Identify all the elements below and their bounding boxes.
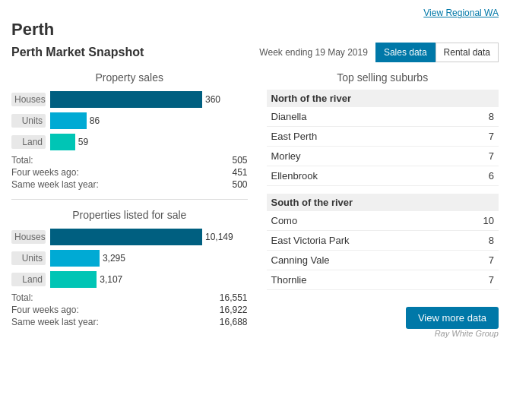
suburb-row: East Victoria Park8 [267, 231, 499, 251]
suburb-groups: North of the riverDianella8East Perth7Mo… [267, 90, 499, 290]
bar-track: 3,107 [50, 271, 248, 288]
bar-row: Land59 [11, 134, 248, 150]
stat-value: 16,922 [220, 305, 248, 315]
suburb-row: Dianella8 [267, 107, 499, 127]
bar-track: 10,149 [50, 229, 248, 245]
stat-row: Total:505 [11, 155, 248, 166]
watermark: Ray White Group [267, 329, 499, 338]
suburb-name: Ellenbrook [271, 170, 318, 182]
left-column: Property sales Houses360Units86Land59 To… [11, 71, 248, 338]
properties-listed-stats: Total:16,551Four weeks ago:16,922Same we… [11, 292, 248, 327]
bar-track: 86 [50, 112, 248, 129]
suburb-name: East Victoria Park [271, 235, 350, 246]
top-selling-panel: Top selling suburbs North of the riverDi… [263, 71, 499, 338]
bar-fill [50, 229, 202, 245]
bar-row: Units86 [11, 112, 248, 129]
stat-value: 16,688 [220, 317, 248, 327]
stat-row: Same week last year:500 [11, 179, 248, 190]
suburb-name: Canning Vale [271, 254, 330, 266]
suburb-count: 8 [489, 235, 494, 246]
tab-sales-data[interactable]: Sales data [375, 43, 436, 62]
top-selling-title: Top selling suburbs [267, 71, 499, 84]
stat-label: Four weeks ago: [11, 167, 79, 178]
stat-value: 451 [232, 167, 247, 178]
stat-row: Same week last year:16,688 [11, 317, 248, 327]
suburb-row: Como10 [267, 211, 499, 231]
page-title: Perth [11, 20, 499, 39]
suburb-section-header: North of the river [267, 90, 499, 107]
stat-label: Same week last year: [11, 317, 99, 327]
suburb-count: 7 [489, 131, 494, 142]
bar-row: Land3,107 [11, 271, 248, 288]
suburb-row: East Perth7 [267, 127, 499, 147]
stat-value: 16,551 [220, 292, 248, 303]
bar-value: 360 [205, 94, 220, 105]
bar-row: Houses10,149 [11, 229, 248, 245]
bar-label: Land [11, 273, 46, 286]
suburb-name: Dianella [271, 111, 307, 122]
bar-value: 86 [90, 115, 100, 126]
properties-listed-bars: Houses10,149Units3,295Land3,107 [11, 229, 248, 288]
regional-link[interactable]: View Regional WA [11, 8, 499, 18]
suburb-count: 7 [489, 274, 494, 286]
bar-row: Units3,295 [11, 250, 248, 267]
stat-row: Four weeks ago:451 [11, 167, 248, 178]
bar-value: 59 [78, 137, 88, 147]
suburb-name: East Perth [271, 131, 318, 142]
bar-fill [50, 112, 87, 129]
week-label: Week ending 19 May 2019 [259, 47, 368, 58]
bar-label: Houses [11, 93, 46, 106]
snapshot-title: Perth Market Snapshot [11, 46, 252, 59]
suburb-row: Ellenbrook6 [267, 166, 499, 186]
stat-row: Four weeks ago:16,922 [11, 305, 248, 315]
bar-fill [50, 250, 100, 267]
stat-value: 500 [232, 179, 247, 190]
bar-fill [50, 271, 97, 288]
bar-value: 10,149 [205, 232, 233, 242]
bar-track: 3,295 [50, 250, 248, 267]
suburb-count: 7 [489, 254, 494, 266]
bar-label: Units [11, 114, 46, 128]
bar-label: Units [11, 251, 46, 265]
suburb-count: 8 [489, 111, 494, 122]
tab-group: Sales data Rental data [375, 43, 499, 62]
bar-track: 59 [50, 134, 248, 150]
bar-label: Land [11, 135, 46, 149]
bar-fill [50, 91, 202, 108]
suburb-row: Thornlie7 [267, 270, 499, 290]
tab-rental-data[interactable]: Rental data [436, 43, 499, 62]
suburb-name: Morley [271, 150, 301, 162]
stat-label: Total: [11, 155, 33, 166]
stat-label: Total: [11, 292, 33, 303]
stat-row: Total:16,551 [11, 292, 248, 303]
suburb-count: 10 [483, 215, 494, 226]
stat-label: Four weeks ago: [11, 305, 79, 315]
stat-value: 505 [232, 155, 247, 166]
property-sales-bars: Houses360Units86Land59 [11, 91, 248, 150]
property-sales-stats: Total:505Four weeks ago:451Same week las… [11, 155, 248, 190]
property-sales-title: Property sales [11, 71, 248, 84]
suburb-row: Morley7 [267, 147, 499, 166]
stat-label: Same week last year: [11, 179, 99, 190]
suburb-section-header: South of the river [267, 194, 499, 211]
bar-row: Houses360 [11, 91, 248, 108]
suburb-row: Canning Vale7 [267, 251, 499, 270]
properties-listed-title: Properties listed for sale [11, 209, 248, 221]
suburb-count: 6 [489, 170, 494, 182]
bar-value: 3,107 [100, 274, 122, 285]
suburb-name: Thornlie [271, 274, 307, 286]
view-more-button[interactable]: View more data [406, 307, 499, 329]
bar-fill [50, 134, 75, 150]
suburb-name: Como [271, 215, 298, 226]
bar-label: Houses [11, 230, 46, 244]
bar-track: 360 [50, 91, 248, 108]
bar-value: 3,295 [103, 253, 125, 264]
suburb-count: 7 [489, 150, 494, 162]
